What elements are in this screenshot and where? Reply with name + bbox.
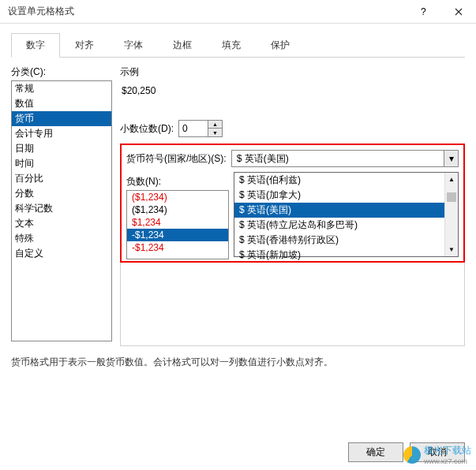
tab-border[interactable]: 边框	[158, 33, 207, 57]
negative-option[interactable]: ($1,234)	[127, 203, 228, 216]
negatives-list[interactable]: ($1,234) ($1,234) $1,234 -$1,234 -$1,234	[126, 190, 229, 259]
spinner-down-icon[interactable]: ▼	[208, 129, 222, 136]
category-item[interactable]: 数值	[12, 96, 111, 111]
sample-label: 示例	[120, 65, 465, 79]
decimals-spinner[interactable]: ▲ ▼	[178, 120, 223, 137]
category-item[interactable]: 文本	[12, 216, 111, 231]
scroll-thumb[interactable]	[447, 192, 456, 202]
close-button[interactable]	[440, 0, 476, 24]
tab-number[interactable]: 数字	[11, 33, 60, 58]
negative-option[interactable]: $1,234	[127, 216, 228, 229]
dropdown-item[interactable]: $ 英语(伯利兹)	[234, 173, 458, 188]
category-list[interactable]: 常规 数值 货币 会计专用 日期 时间 百分比 分数 科学记数 文本 特殊 自定…	[11, 80, 112, 341]
chevron-down-icon[interactable]: ▾	[444, 151, 458, 166]
category-item[interactable]: 百分比	[12, 171, 111, 186]
dropdown-item[interactable]: $ 英语(特立尼达岛和多巴哥)	[234, 218, 458, 233]
sample-box: $20,250	[120, 82, 465, 114]
scroll-down-icon[interactable]: ▼	[445, 243, 458, 256]
negative-option[interactable]: -$1,234	[127, 241, 228, 254]
category-item[interactable]: 分数	[12, 186, 111, 201]
negative-option[interactable]: -$1,234	[127, 229, 228, 241]
dropdown-scrollbar[interactable]: ▲ ▼	[444, 173, 458, 256]
symbol-label: 货币符号(国家/地区)(S):	[126, 152, 227, 166]
tab-protect[interactable]: 保护	[256, 33, 305, 57]
ok-button[interactable]: 确定	[348, 442, 403, 462]
dropdown-item[interactable]: $ 英语(加拿大)	[234, 188, 458, 203]
dropdown-item[interactable]: $ 英语(美国)	[234, 203, 458, 218]
dropdown-item[interactable]: $ 英语(香港特别行政区)	[234, 233, 458, 248]
currency-symbol-select[interactable]: $ 英语(美国) ▾	[231, 150, 459, 167]
sample-value: $20,250	[122, 85, 463, 96]
tab-align[interactable]: 对齐	[60, 33, 109, 57]
dropdown-item[interactable]: $ 英语(新加坡)	[234, 248, 458, 263]
category-item[interactable]: 时间	[12, 156, 111, 171]
category-item[interactable]: 会计专用	[12, 126, 111, 141]
svg-text:?: ?	[421, 8, 426, 16]
scroll-track[interactable]	[445, 186, 458, 243]
help-button[interactable]: ?	[405, 0, 440, 24]
tab-fill[interactable]: 填充	[207, 33, 256, 57]
category-item[interactable]: 特殊	[12, 231, 111, 246]
window-title: 设置单元格格式	[8, 5, 405, 18]
category-item[interactable]: 自定义	[12, 246, 111, 261]
category-label: 分类(C):	[11, 65, 112, 79]
negative-option[interactable]: ($1,234)	[127, 191, 228, 203]
negatives-label: 负数(N):	[126, 175, 229, 188]
tab-font[interactable]: 字体	[109, 33, 158, 57]
category-item[interactable]: 货币	[12, 111, 111, 126]
category-item[interactable]: 科学记数	[12, 201, 111, 216]
decimals-label: 小数位数(D):	[120, 122, 174, 136]
currency-dropdown-popup[interactable]: $ 英语(伯利兹) $ 英语(加拿大) $ 英语(美国) $ 英语(特立尼达岛和…	[234, 172, 459, 257]
decimals-input[interactable]	[179, 121, 208, 136]
description-text: 货币格式用于表示一般货币数值。会计格式可以对一列数值进行小数点对齐。	[11, 356, 465, 369]
spinner-up-icon[interactable]: ▲	[208, 121, 222, 129]
scroll-up-icon[interactable]: ▲	[445, 173, 458, 186]
category-item[interactable]: 常规	[12, 81, 111, 96]
cancel-button[interactable]: 取消	[410, 442, 465, 462]
tab-bar: 数字 对齐 字体 边框 填充 保护	[11, 33, 465, 58]
currency-symbol-value: $ 英语(美国)	[232, 151, 444, 167]
category-item[interactable]: 日期	[12, 141, 111, 156]
